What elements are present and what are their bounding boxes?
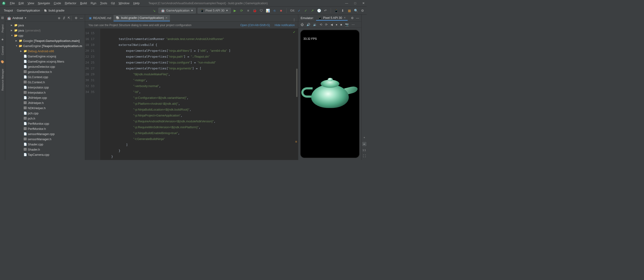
back-icon[interactable]: ◀ [330, 23, 333, 26]
menu-navigate[interactable]: Navigate [36, 2, 52, 5]
power-icon[interactable]: ⏻ [300, 23, 304, 26]
tree-file[interactable]: 📄Interpolator.cpp [5, 85, 85, 90]
gear-icon[interactable]: ⚙ [75, 16, 78, 20]
minimize-button[interactable]: — [345, 2, 348, 5]
tree-folder-cpp[interactable]: ▼📂cpp [5, 33, 85, 38]
tree-file[interactable]: 🅷Interpolator.h [5, 90, 85, 95]
crumb-module[interactable]: GameApplication [15, 9, 41, 12]
tree-file[interactable]: 🅷Shader.h [5, 147, 85, 152]
tree-file[interactable]: 📄pch.cpp [5, 111, 85, 116]
menu-code[interactable]: Code [52, 2, 63, 5]
code-content[interactable]: testInstrumentationRunner "androidx.test… [100, 29, 298, 160]
emulator-tab[interactable]: 📱Pixel 5 API 30✕ [316, 16, 348, 21]
code-editor[interactable]: 14 15 16 17 18 19 20 21 22 23 24 25 26 2… [85, 29, 298, 160]
tree-file[interactable]: 📄GLContext.cpp [5, 74, 85, 80]
project-tool-icon[interactable]: ▤ [1, 16, 4, 19]
attach-debugger-button[interactable]: ⎋ [272, 8, 277, 13]
tree-file[interactable]: 📄gestureDetector.cpp [5, 64, 85, 69]
more-icon[interactable]: ⋯ [352, 23, 355, 26]
tree-file[interactable]: 📄sensorManager.cpp [5, 131, 85, 136]
tree-file[interactable]: 📄PerfMonitor.cpp [5, 121, 85, 126]
stop-button[interactable]: ■ [279, 8, 284, 13]
fold-column[interactable] [97, 29, 100, 160]
volume-down-icon[interactable]: 🔉 [313, 23, 317, 26]
device-selector[interactable]: 📱 Pixel 5 API 30 ▼ [198, 8, 231, 14]
run-button[interactable]: ▶ [233, 8, 238, 13]
overview-icon[interactable]: ■ [340, 23, 342, 26]
menu-view[interactable]: View [26, 2, 36, 5]
menu-git[interactable]: Git [109, 2, 117, 5]
fit-button[interactable]: ⛶ [362, 154, 366, 158]
zoom-out-button[interactable]: − [362, 142, 366, 146]
chevron-down-icon[interactable]: ▼ [24, 17, 27, 19]
menu-run[interactable]: Run [89, 2, 98, 5]
tree-file[interactable]: 📄GameEngine.vcxproj [5, 54, 85, 59]
history-button[interactable]: 🕒 [316, 8, 321, 13]
maximize-button[interactable]: □ [354, 2, 356, 5]
search-button[interactable]: 🔍 [354, 8, 358, 13]
emulator-screen[interactable]: 33.32 FPS [300, 30, 360, 158]
tree-folder-java[interactable]: ▶📁java [5, 23, 85, 28]
tree-file[interactable]: 🅷gestureDetector.h [5, 69, 85, 74]
crumb-project[interactable]: Teapot [2, 9, 14, 12]
debug-button[interactable]: 🐞 [252, 8, 257, 13]
zoom-in-button[interactable]: ＋ [362, 135, 366, 140]
rotate-left-icon[interactable]: ⟲ [320, 23, 322, 26]
tree-file[interactable]: 🅷sensorManager.h [5, 136, 85, 142]
zoom-ratio[interactable]: 1:1 [363, 149, 366, 152]
menu-refactor[interactable]: Refactor [63, 2, 78, 5]
sdk-manager-button[interactable]: ⬇ [340, 8, 345, 13]
tree-file[interactable]: 🅷PerfMonitor.h [5, 126, 85, 131]
apply-changes-button[interactable]: ⟳ [239, 8, 244, 13]
home-icon[interactable]: ● [336, 23, 338, 26]
close-tab-icon[interactable]: ✕ [344, 16, 346, 19]
project-tool-tab[interactable]: Project [1, 23, 4, 34]
notification-open-link[interactable]: Open (Ctrl+Alt+Shift+S) [240, 24, 270, 27]
settings-button[interactable]: ⚙ [360, 8, 365, 13]
crumb-file[interactable]: 🐘build.gradle [42, 9, 66, 12]
commit-tool-icon[interactable]: ◈ [2, 38, 4, 41]
push-button[interactable]: ↗ [310, 8, 315, 13]
menu-build[interactable]: Build [78, 2, 89, 5]
select-opened-file-icon[interactable]: ⊕ [58, 16, 60, 20]
close-button[interactable]: ✕ [362, 2, 365, 5]
resource-manager-button[interactable]: ▦ [347, 8, 352, 13]
tree-file[interactable]: 🅷JNIHelper.h [5, 100, 85, 105]
tree-file[interactable]: 📄JNIHelper.cpp [5, 95, 85, 100]
rotate-right-icon[interactable]: ⟳ [325, 23, 328, 26]
scrollbar-stripe[interactable] [296, 69, 298, 97]
menu-edit[interactable]: Edit [17, 2, 26, 5]
code-minimap-icon[interactable]: ≡ [295, 140, 297, 144]
tree-file[interactable]: 📄TapCamera.cpp [5, 152, 85, 157]
apply-code-changes-button[interactable]: ≡ [246, 8, 250, 13]
close-tab-icon[interactable]: ✕ [165, 16, 168, 20]
screenshot-icon[interactable]: 📷 [345, 23, 349, 26]
hide-panel-icon[interactable]: — [356, 16, 359, 20]
tree-file[interactable]: 📄GameEngine.vcxproj.filters [5, 59, 85, 64]
commit-button[interactable]: ✓ [304, 8, 308, 13]
editor-tab-buildgradle[interactable]: 🐘build.gradle (:GameApplication)✕ [114, 15, 170, 22]
menu-file[interactable]: File [8, 2, 17, 5]
tabs-more-icon[interactable]: ⋮ [290, 18, 298, 22]
volume-up-icon[interactable]: 🔊 [306, 23, 310, 26]
tree-folder-gameengine[interactable]: ▼📂GameEngine[Teapot.GameApplication.m [5, 43, 85, 49]
tree-file[interactable]: 🅷NDKHelper.h [5, 105, 85, 111]
resource-manager-icon[interactable]: 🎨 [1, 60, 4, 64]
commit-tool-tab[interactable]: Commit [1, 45, 4, 57]
tree-file[interactable]: 🅷pch.h [5, 116, 85, 121]
notification-hide-link[interactable]: Hide notification [275, 24, 295, 27]
tree-file[interactable]: 🅷GLContext.h [5, 80, 85, 85]
hide-panel-icon[interactable]: — [80, 16, 83, 20]
rollback-button[interactable]: ↶ [323, 8, 328, 13]
resource-manager-tab[interactable]: Resource Manager [1, 67, 4, 92]
collapse-all-icon[interactable]: ⇱ [68, 16, 70, 20]
menu-window[interactable]: Window [117, 2, 132, 5]
menu-tools[interactable]: Tools [98, 2, 109, 5]
project-view-title[interactable]: Android [12, 16, 23, 20]
profile-button[interactable]: 📊 [266, 8, 270, 13]
expand-all-icon[interactable]: ⇵ [63, 16, 65, 20]
avd-manager-button[interactable]: 📱 [334, 8, 338, 13]
gear-icon[interactable]: ⚙ [351, 16, 354, 20]
hammer-icon[interactable]: ↘ [152, 8, 156, 13]
inspection-ok-icon[interactable]: ✓ [293, 30, 296, 34]
